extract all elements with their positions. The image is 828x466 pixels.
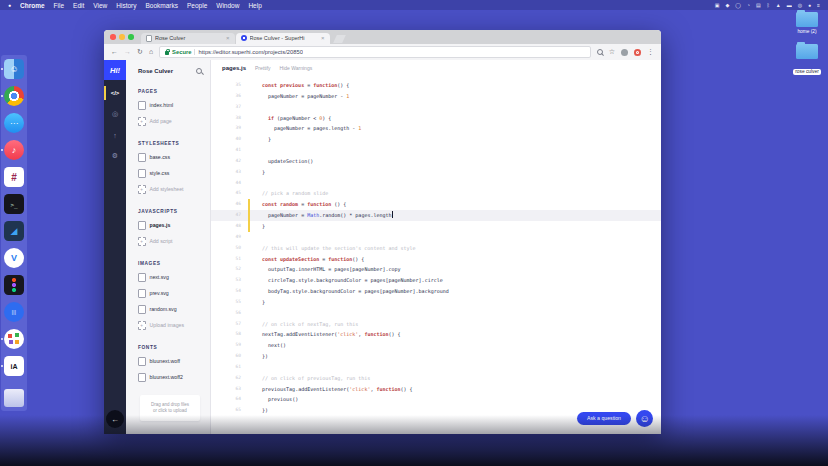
dock-figma-icon[interactable] — [4, 275, 24, 295]
code-line[interactable]: 64 previous() — [211, 394, 661, 405]
code-line[interactable]: 40 } — [211, 134, 661, 145]
ask-a-question-button[interactable]: Ask a question — [577, 412, 631, 425]
shield-icon[interactable]: ◆ — [725, 0, 729, 10]
monitor-icon[interactable]: ▤ — [756, 0, 761, 10]
code-line[interactable]: 63previousTag.addEventListener('click', … — [211, 384, 661, 395]
browser-menu-icon[interactable]: ⋮ — [647, 48, 654, 56]
upload-dropzone[interactable]: Drag and drop files or click to upload — [140, 395, 200, 421]
code-line[interactable]: 49 — [211, 232, 661, 243]
secure-label[interactable]: Secure — [172, 49, 191, 55]
clock-icon[interactable]: ◔ — [747, 0, 750, 10]
desktop-folder[interactable]: rose culver — [789, 44, 825, 77]
dock-messages-icon[interactable]: ⋯ — [4, 113, 24, 133]
sidebar-item-add-script[interactable]: Add script — [138, 237, 210, 246]
code-line[interactable]: 60}) — [211, 351, 661, 362]
adblock-extension-icon[interactable] — [634, 49, 641, 56]
code-line[interactable]: 53 circleTag.style.backgroundColor = pag… — [211, 275, 661, 286]
hide-warnings-button[interactable]: Hide Warnings — [280, 65, 313, 71]
sidebar-item-bluunext-woff[interactable]: bluunext.woff — [138, 357, 210, 366]
code-line[interactable]: 58nextTag.addEventListener('click', func… — [211, 329, 661, 340]
code-line[interactable]: 42 updateSection() — [211, 156, 661, 167]
dock-terminal-icon[interactable]: >_ — [4, 194, 24, 214]
menu-window[interactable]: Window — [216, 2, 239, 9]
dock-slack-icon[interactable]: # — [4, 167, 24, 187]
menu-edit[interactable]: Edit — [73, 2, 84, 9]
sidebar-item-next-svg[interactable]: next.svg — [138, 273, 210, 282]
menu-bookmarks[interactable]: Bookmarks — [146, 2, 179, 9]
browser-tab[interactable]: Rose Culver - SuperHi× — [236, 33, 330, 45]
code-line[interactable]: 39 pageNumber = pages.length - 1 — [211, 123, 661, 134]
dock-airmail-icon[interactable]: V — [4, 248, 24, 268]
sidebar-item-add-page[interactable]: Add page — [138, 117, 210, 126]
code-line[interactable]: 37 — [211, 102, 661, 113]
bookmark-star-icon[interactable]: ☆ — [609, 48, 615, 56]
display-mirror-icon[interactable]: ▣ — [715, 0, 720, 10]
url-text[interactable]: https://editor.superhi.com/projects/2085… — [198, 49, 302, 55]
dock-trash-icon[interactable] — [4, 389, 24, 407]
dock-finder-icon[interactable]: ☺ — [4, 59, 24, 79]
code-line[interactable]: 38 if (pageNumber < 0) { — [211, 113, 661, 124]
code-line[interactable]: 46const random = function () { — [211, 199, 661, 210]
dock-assistant-icon[interactable]: ||| — [4, 302, 24, 322]
sidebar-item-upload-images[interactable]: Upload images — [138, 321, 210, 330]
code-line[interactable]: 45// pick a random slide — [211, 188, 661, 199]
tab-close-icon[interactable]: × — [321, 35, 325, 41]
code-line[interactable]: 48} — [211, 221, 661, 232]
code-lines[interactable]: 35const previous = function() {36 pageNu… — [211, 80, 661, 416]
home-button[interactable]: ⌂ — [149, 44, 153, 60]
code-line[interactable]: 56 — [211, 308, 661, 319]
code-line[interactable]: 55} — [211, 297, 661, 308]
code-line[interactable]: 50// this will update the section's cont… — [211, 243, 661, 254]
help-smiley-icon[interactable]: ☺ — [636, 410, 653, 427]
dock-chrome-icon[interactable] — [4, 86, 24, 106]
code-line[interactable]: 57// on click of nextTag, run this — [211, 319, 661, 330]
code-panel-icon[interactable]: </> — [104, 85, 126, 101]
tab-close-icon[interactable]: × — [226, 35, 230, 41]
menu-history[interactable]: History — [116, 2, 136, 9]
minimize-window-button[interactable] — [119, 34, 125, 40]
sidebar-item-pages-js[interactable]: pages.js — [138, 221, 210, 230]
file-search-icon[interactable] — [196, 68, 202, 74]
close-window-button[interactable] — [110, 34, 116, 40]
settings-gear-icon[interactable]: ⚙ — [104, 148, 126, 164]
address-bar[interactable]: Secure https://editor.superhi.com/projec… — [159, 46, 591, 58]
apple-menu-icon[interactable]: ● — [8, 0, 11, 10]
sidebar-item-base-css[interactable]: base.css — [138, 153, 210, 162]
code-line[interactable]: 61 — [211, 362, 661, 373]
code-line[interactable]: 36 pageNumber = pageNumber - 1 — [211, 91, 661, 102]
sidebar-item-style-css[interactable]: style.css — [138, 169, 210, 178]
battery-icon[interactable]: ▬ — [787, 0, 792, 10]
code-editor[interactable]: pages.js Prettify Hide Warnings 35const … — [211, 60, 661, 434]
extension-icon[interactable] — [621, 49, 628, 56]
notification-center-icon[interactable]: ≡ — [817, 0, 820, 10]
preview-eye-icon[interactable]: ◎ — [104, 106, 126, 122]
menu-people[interactable]: People — [187, 2, 207, 9]
code-line[interactable]: 43} — [211, 167, 661, 178]
code-line[interactable]: 47 pageNumber = Math.random() * pages.le… — [211, 210, 661, 221]
code-line[interactable]: 52 outputTag.innerHTML = pages[pageNumbe… — [211, 264, 661, 275]
bluetooth-icon[interactable]: ᛒ — [767, 0, 770, 10]
sync-icon[interactable]: ◯ — [735, 0, 741, 10]
share-upload-icon[interactable]: ↑ — [104, 127, 126, 143]
code-line[interactable]: 44 — [211, 178, 661, 189]
reload-button[interactable]: ↻ — [137, 44, 143, 60]
sidebar-item-add-stylesheet[interactable]: Add stylesheet — [138, 185, 210, 194]
code-line[interactable]: 54 bodyTag.style.backgroundColor = pages… — [211, 286, 661, 297]
menu-file[interactable]: File — [54, 2, 64, 9]
desktop-folder[interactable]: home (2) — [789, 12, 825, 35]
dock-ia-writer-icon[interactable]: iA — [4, 356, 24, 376]
forward-button[interactable]: → — [124, 44, 131, 60]
sidebar-item-random-svg[interactable]: random.svg — [138, 305, 210, 314]
back-button[interactable]: ← — [111, 44, 118, 60]
code-line[interactable]: 41 — [211, 145, 661, 156]
sidebar-item-prev-svg[interactable]: prev.svg — [138, 289, 210, 298]
menu-chrome[interactable]: Chrome — [20, 2, 45, 9]
wifi-icon[interactable]: ▲ — [776, 0, 781, 10]
superhi-logo[interactable]: Hi! — [104, 60, 126, 80]
dock-vscode-icon[interactable]: ◢ — [4, 221, 24, 241]
prettify-button[interactable]: Prettify — [255, 65, 271, 71]
code-line[interactable]: 51const updateSection = function() { — [211, 254, 661, 265]
code-line[interactable]: 59 next() — [211, 340, 661, 351]
sidebar-item-bluunext-woff2[interactable]: bluunext.woff2 — [138, 373, 210, 382]
browser-tab[interactable]: Rose Culver× — [141, 33, 235, 45]
